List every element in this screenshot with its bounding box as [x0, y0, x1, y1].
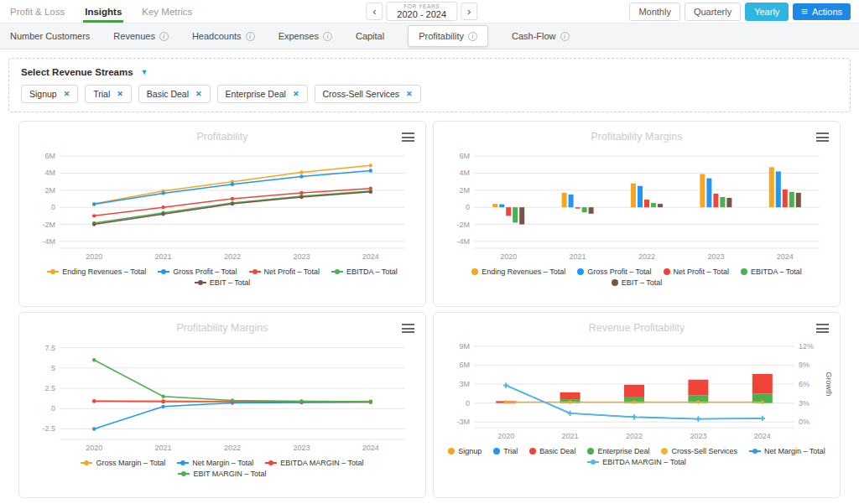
subtab-number-customers[interactable]: Number Customers — [10, 31, 90, 41]
info-icon[interactable]: i — [560, 32, 570, 41]
legend-item[interactable]: Net Profit – Total — [664, 268, 729, 276]
chip-label: Enterprise Deal — [226, 89, 286, 99]
subtab-profitability[interactable]: Profitability i — [408, 25, 488, 47]
legend-item[interactable]: Gross Margin – Total — [81, 459, 165, 467]
legend-item[interactable]: EBIT – Total — [195, 278, 251, 287]
legend-marker — [81, 462, 92, 464]
svg-text:Growth: Growth — [825, 372, 833, 396]
svg-text:2020: 2020 — [86, 444, 102, 452]
actions-button[interactable]: ≡ Actions — [793, 3, 851, 20]
legend-item[interactable]: Signup — [448, 447, 482, 455]
legend-item[interactable]: Trial — [493, 447, 518, 455]
chip-cross-sell-services: Cross-Sell Services ✕ — [315, 85, 421, 103]
legend-item[interactable]: Cross-Sell Services — [661, 447, 737, 455]
legend-item[interactable]: Net Margin – Total — [749, 447, 825, 455]
legend-label: Enterprise Deal — [597, 447, 649, 455]
legend-item[interactable]: EBITDA MARGIN – Total — [265, 459, 363, 467]
legend-marker — [249, 271, 261, 273]
legend-item[interactable]: EBITDA – Total — [741, 268, 802, 276]
legend-item[interactable]: Gross Profit – Total — [577, 268, 651, 276]
insight-subtabs: Number Customers Revenues i Headcounts i… — [0, 23, 859, 49]
svg-text:2024: 2024 — [362, 252, 379, 261]
info-icon[interactable]: i — [159, 32, 169, 41]
chart-menu-icon[interactable] — [402, 132, 414, 144]
legend-marker — [612, 279, 618, 286]
legend-item[interactable]: Net Margin – Total — [177, 459, 253, 467]
subtab-capital[interactable]: Capital — [356, 31, 384, 41]
legend-marker — [587, 448, 594, 455]
chart-plot-area: -4M-2M02M4M6M20202021202220232024 — [26, 143, 419, 265]
svg-text:-3M: -3M — [457, 418, 471, 426]
chart-menu-icon[interactable] — [816, 324, 829, 335]
svg-text:2023: 2023 — [690, 432, 706, 440]
subtab-revenues[interactable]: Revenues i — [113, 31, 169, 41]
selected-streams: Signup ✕ Trial ✕ Basic Deal ✕ Enterprise… — [21, 85, 838, 103]
chip-label: Basic Deal — [147, 89, 189, 99]
legend-item[interactable]: EBITDA MARGIN – Total — [587, 458, 685, 466]
subtab-label: Cash-Flow — [512, 31, 556, 41]
remove-chip-icon[interactable]: ✕ — [195, 90, 202, 98]
remove-chip-icon[interactable]: ✕ — [117, 90, 123, 98]
chart-menu-icon[interactable] — [402, 324, 414, 335]
quarterly-button[interactable]: Quarterly — [685, 3, 741, 21]
remove-chip-icon[interactable]: ✕ — [64, 90, 70, 98]
chart-legend: Gross Margin – TotalNet Margin – TotalEB… — [26, 456, 419, 478]
chart-plot-area: -4M-2M02M4M6M20202021202220232024 — [440, 143, 833, 265]
legend-item[interactable]: EBIT MARGIN – Total — [178, 470, 266, 478]
tab-profit-and-loss[interactable]: Profit & Loss — [8, 0, 66, 23]
info-icon[interactable]: i — [468, 32, 477, 41]
legend-label: Net Margin – Total — [192, 459, 253, 467]
info-icon[interactable]: i — [246, 32, 255, 41]
svg-text:0: 0 — [466, 399, 470, 408]
chart-title: Revenue Profitability — [440, 322, 833, 334]
legend-marker — [661, 448, 668, 455]
svg-text:2024: 2024 — [754, 432, 771, 440]
year-range-box[interactable]: FOR YEARS 2020 - 2024 — [386, 2, 457, 21]
svg-text:6%: 6% — [799, 380, 810, 388]
remove-chip-icon[interactable]: ✕ — [293, 90, 299, 98]
info-icon[interactable]: i — [323, 32, 332, 41]
subtab-label: Revenues — [113, 31, 155, 41]
chart-panel-profitability-margins-lines: Profitability Margins -2.502.557.5202020… — [18, 312, 426, 498]
next-years-button[interactable]: › — [461, 3, 477, 20]
legend-item[interactable]: EBIT – Total — [612, 278, 663, 287]
svg-text:2021: 2021 — [570, 252, 586, 261]
svg-text:3M: 3M — [459, 380, 470, 388]
chevron-down-icon: ▼ — [141, 68, 148, 76]
svg-text:2023: 2023 — [707, 252, 724, 261]
svg-text:7.5: 7.5 — [44, 344, 55, 352]
svg-text:2023: 2023 — [293, 252, 310, 261]
legend-marker — [664, 268, 670, 275]
chart-legend: SignupTrialBasic DealEnterprise DealCros… — [440, 444, 833, 466]
chip-label: Trial — [93, 89, 110, 99]
svg-text:2M: 2M — [44, 186, 55, 195]
monthly-button[interactable]: Monthly — [629, 3, 680, 21]
legend-item[interactable]: Gross Profit – Total — [158, 268, 237, 276]
subtab-expenses[interactable]: Expenses i — [279, 31, 332, 41]
legend-item[interactable]: Ending Revenues – Total — [47, 268, 146, 276]
tab-key-metrics[interactable]: Key Metrics — [140, 0, 194, 23]
subtab-cash-flow[interactable]: Cash-Flow i — [512, 31, 570, 41]
remove-chip-icon[interactable]: ✕ — [406, 90, 413, 98]
legend-item[interactable]: Net Profit – Total — [249, 268, 320, 276]
chart-canvas-profitability: -4M-2M02M4M6M20202021202220232024 — [26, 143, 419, 265]
legend-marker — [587, 461, 599, 463]
svg-text:12%: 12% — [799, 342, 814, 351]
svg-text:2020: 2020 — [86, 252, 102, 261]
legend-marker — [195, 282, 206, 283]
legend-item[interactable]: EBITDA – Total — [331, 268, 398, 276]
svg-text:2022: 2022 — [638, 252, 655, 261]
svg-text:3%: 3% — [799, 399, 810, 408]
yearly-button[interactable]: Yearly — [745, 3, 789, 21]
subtab-headcounts[interactable]: Headcounts i — [192, 31, 255, 41]
revenue-streams-dropdown[interactable]: Select Revenue Streams ▼ — [21, 67, 838, 77]
tab-insights[interactable]: Insights — [83, 0, 123, 23]
legend-item[interactable]: Enterprise Deal — [587, 447, 649, 455]
subtab-label: Number Customers — [10, 31, 90, 41]
chip-enterprise-deal: Enterprise Deal ✕ — [217, 85, 308, 103]
legend-item[interactable]: Ending Revenues – Total — [471, 268, 565, 276]
chip-label: Signup — [29, 89, 57, 99]
chart-menu-icon[interactable] — [816, 132, 829, 144]
prev-years-button[interactable]: ‹ — [366, 3, 383, 20]
legend-item[interactable]: Basic Deal — [529, 447, 575, 455]
